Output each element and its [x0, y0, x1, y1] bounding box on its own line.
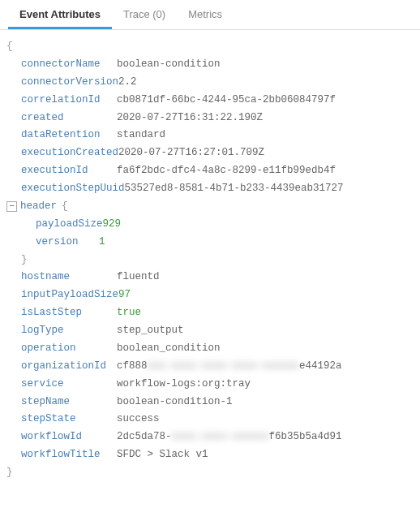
attr-row: stepState success: [6, 411, 414, 428]
attr-value: workflow-logs:org:tray: [117, 376, 251, 394]
attr-key: dataRetention: [21, 127, 117, 144]
attr-key: correlationId: [21, 92, 117, 110]
attr-row: stepName boolean-condition-1: [6, 394, 414, 411]
root-close-brace: }: [6, 464, 414, 482]
attr-row: connectorVersion 2.2: [6, 74, 414, 92]
attr-row: connectorName boolean-condition: [6, 56, 414, 74]
attr-key: operation: [21, 340, 117, 358]
attr-key: version: [36, 234, 99, 252]
attr-value: step_output: [117, 322, 184, 340]
attr-row: version 1: [6, 234, 414, 252]
value-prefix: cf888: [117, 360, 148, 372]
attr-key: stepName: [21, 394, 117, 411]
tab-event-attributes[interactable]: Event Attributes: [8, 0, 112, 29]
attr-key: executionCreated: [21, 144, 118, 162]
attr-row: correlationId cb0871df-66bc-4244-95ca-2b…: [6, 92, 414, 110]
value-prefix: 2dc5da78-: [117, 431, 172, 442]
json-viewer: { connectorName boolean-condition connec…: [0, 30, 420, 490]
attr-value: 2dc5da78-xxxx-xxxx-xxxxxxf6b35b5a4d91: [117, 428, 342, 446]
attr-row: payloadSize 929: [6, 216, 414, 234]
tabs-bar: Event Attributes Trace (0) Metrics: [0, 0, 420, 30]
attr-row: logType step_output: [6, 322, 414, 340]
attr-value: true: [117, 304, 141, 322]
attr-value: 53527ed8-8581-4b71-b233-4439eab31727: [125, 180, 344, 198]
attr-value: 97: [118, 286, 131, 304]
attr-key: workflowTitle: [21, 446, 117, 464]
root-open-brace: {: [6, 38, 414, 56]
header-open-brace: {: [62, 198, 68, 216]
tab-metrics[interactable]: Metrics: [177, 0, 234, 29]
attr-key: executionStepUuid: [21, 180, 125, 198]
attr-value: fa6f2bdc-dfc4-4a8c-8299-e11fb99edb4f: [117, 162, 336, 180]
attr-value: 2020-07-27T16:27:01.709Z: [118, 144, 264, 162]
attr-row: created 2020-07-27T16:31:22.190Z: [6, 110, 414, 127]
attr-row: workflowTitle SFDC > Slack v1: [6, 446, 414, 464]
collapse-toggle-icon[interactable]: −: [6, 201, 17, 212]
attr-value: boolean_condition: [117, 340, 221, 358]
attr-key: organizationId: [21, 358, 117, 376]
attr-value: 2.2: [118, 74, 137, 92]
attr-key: created: [21, 110, 117, 127]
attr-value: standard: [117, 127, 165, 144]
attr-row: service workflow-logs:org:tray: [6, 376, 414, 394]
attr-value: 1: [99, 234, 105, 252]
attr-value: cb0871df-66bc-4244-95ca-2bb06084797f: [117, 92, 336, 110]
attr-key: inputPayloadSize: [21, 286, 118, 304]
attr-row: operation boolean_condition: [6, 340, 414, 358]
attr-value: success: [117, 411, 160, 428]
attr-key: stepState: [21, 411, 117, 428]
value-suffix: e44192a: [299, 360, 342, 372]
attr-row: executionStepUuid 53527ed8-8581-4b71-b23…: [6, 180, 414, 198]
header-close-brace: }: [6, 252, 414, 269]
attr-row: executionId fa6f2bdc-dfc4-4a8c-8299-e11f…: [6, 162, 414, 180]
attr-key: payloadSize: [36, 216, 103, 234]
attr-value: boolean-condition-1: [117, 394, 233, 411]
attr-value: 929: [103, 216, 122, 234]
attr-value: cf888xxx-xxxx-xxxx-xxxx-xxxxxxe44192a: [117, 358, 342, 376]
attr-row: organizationId cf888xxx-xxxx-xxxx-xxxx-x…: [6, 358, 414, 376]
attr-key: workflowId: [21, 428, 117, 446]
attr-key: service: [21, 376, 117, 394]
tab-trace[interactable]: Trace (0): [112, 0, 177, 29]
attr-row: isLastStep true: [6, 304, 414, 322]
attr-key: hostname: [21, 269, 117, 286]
attr-key: header: [20, 198, 57, 216]
value-redacted: xxxx-xxxx-xxxxxx: [172, 431, 269, 442]
value-suffix: f6b35b5a4d91: [269, 431, 342, 442]
attr-row: workflowId 2dc5da78-xxxx-xxxx-xxxxxxf6b3…: [6, 428, 414, 446]
attr-value: fluentd: [117, 269, 160, 286]
value-redacted: xxx-xxxx-xxxx-xxxx-xxxxxx: [148, 360, 300, 372]
attr-row: hostname fluentd: [6, 269, 414, 286]
attr-value: boolean-condition: [117, 56, 221, 74]
attr-key: executionId: [21, 162, 117, 180]
attr-value: SFDC > Slack v1: [117, 446, 208, 464]
attr-key: connectorVersion: [21, 74, 118, 92]
attr-key: isLastStep: [21, 304, 117, 322]
attr-header-row: − header {: [6, 198, 414, 216]
attr-row: dataRetention standard: [6, 127, 414, 144]
attr-row: executionCreated 2020-07-27T16:27:01.709…: [6, 144, 414, 162]
attr-value: 2020-07-27T16:31:22.190Z: [117, 110, 263, 127]
attr-key: connectorName: [21, 56, 117, 74]
attr-row: inputPayloadSize 97: [6, 286, 414, 304]
attr-key: logType: [21, 322, 117, 340]
